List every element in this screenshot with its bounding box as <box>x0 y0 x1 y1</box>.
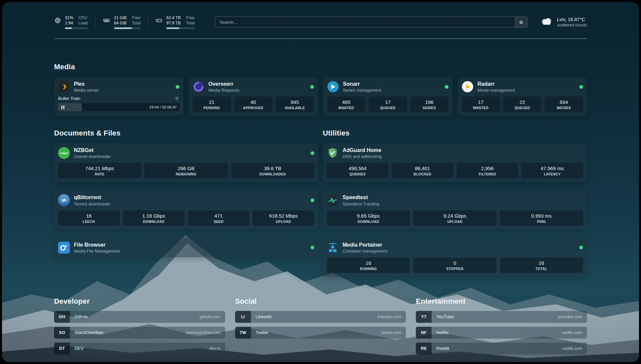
qbittorrent-icon-text: qb <box>61 198 66 202</box>
disk-total: 97.9 TB <box>166 20 181 26</box>
service-link-adguard[interactable]: AdGuard Home DNS and adblocking <box>327 147 583 159</box>
nzbget-icon: nzbget <box>58 147 70 159</box>
stat-label: BLOCKED <box>393 172 452 176</box>
service-card-radarr: Radarr Movie management 17 WANTED 22 QUE… <box>458 77 587 116</box>
stat-label: SERIES <box>412 106 447 110</box>
stat-value: 16 <box>328 260 409 266</box>
service-name: qBittorrent <box>74 194 110 200</box>
bookmark-url: linkedin.com <box>378 311 406 323</box>
service-name: Media Portainer <box>343 242 387 248</box>
service-card-portainer: Media Portainer Container management 16 … <box>323 238 587 277</box>
stat-download: 9.65 Gbps DOWNLOAD <box>327 210 410 226</box>
section-title-entertainment: Entertainment <box>416 297 587 306</box>
service-link-portainer[interactable]: Media Portainer Container management <box>327 242 583 254</box>
bookmark-url: netflix.com <box>562 327 587 339</box>
stat-label: TOTAL <box>501 267 582 271</box>
service-link-speedtest[interactable]: Speedtest Speedtest Tracking <box>327 194 583 206</box>
disk-progress-bar <box>166 27 195 29</box>
stat-ping: 0.993 ms PING <box>500 210 583 226</box>
documents-section: Documents & Files nzbget NZBGet Usenet d… <box>54 129 318 277</box>
stat-queued: 22 QUEUED <box>503 97 541 112</box>
search-input[interactable] <box>215 17 515 27</box>
pause-button[interactable] <box>61 105 65 110</box>
memory-free: 21 GiB <box>114 15 127 20</box>
service-link-plex[interactable]: Plex Media server <box>58 81 179 93</box>
bookmark-abbr: NF <box>416 327 432 339</box>
now-playing-title: Bullet Train <box>58 96 80 101</box>
weather-location-temp: Lviv, 16.87°C <box>557 17 587 22</box>
search-provider-button[interactable]: G <box>515 17 527 27</box>
stat-total: 16 TOTAL <box>500 258 583 273</box>
section-title-developer: Developer <box>54 297 225 306</box>
stat-label: LEECH <box>59 220 118 224</box>
stat-movies: 834 MOVIES <box>545 97 583 112</box>
nzbget-icon-text: nzbget <box>60 152 68 155</box>
section-title-utilities: Utilities <box>323 129 587 137</box>
service-link-filebrowser[interactable]: File Browser Media File Management <box>58 242 314 254</box>
bookmark-name: YouTube <box>432 311 558 323</box>
social-bookmarks: Social LI LinkedIn linkedin.com TW Twitt… <box>235 297 406 358</box>
service-link-nzbget[interactable]: nzbget NZBGet Usenet downloader <box>58 147 314 159</box>
bookmark-reddit[interactable]: RE Reddit reddit.com <box>416 343 587 354</box>
service-name: Speedtest <box>343 194 379 200</box>
bookmark-youtube[interactable]: YT YouTube youtube.com <box>416 311 587 323</box>
status-dot <box>579 85 583 89</box>
stat-upload: 9.24 Gbps UPLOAD <box>413 210 496 226</box>
stat-label: UPLOAD <box>254 220 313 224</box>
disk-icon <box>155 17 163 25</box>
service-desc: Movie management <box>477 88 515 93</box>
cloud-icon <box>540 17 553 27</box>
stat-label: DOWNLOADED <box>232 172 313 176</box>
stat-value: 17 <box>370 99 406 105</box>
stat-label: STOPPED <box>414 267 495 271</box>
bookmark-stackoverflow[interactable]: SO StackOverflow stackoverflow.com <box>54 327 225 339</box>
stat-label: UPLOAD <box>414 220 495 224</box>
section-title-media: Media <box>54 63 587 71</box>
status-dot <box>310 85 314 89</box>
service-link-sonarr[interactable]: Sonarr Series management <box>327 81 448 93</box>
qbittorrent-icon: qb <box>58 194 70 206</box>
stat-label: PING <box>501 220 582 224</box>
service-link-qbittorrent[interactable]: qb qBittorrent Torrent downloader <box>58 194 314 206</box>
stat-value: 86,401 <box>393 166 452 171</box>
service-card-qbittorrent: qb qBittorrent Torrent downloader 16 LEE… <box>54 191 318 229</box>
service-link-radarr[interactable]: Radarr Movie management <box>462 81 583 93</box>
stat-value: 9.65 Gbps <box>328 213 409 219</box>
stat-label: FILTERED <box>458 172 517 176</box>
bookmark-url: reddit.com <box>562 343 587 354</box>
stat-label: DOWNLOAD <box>124 220 183 224</box>
bookmark-twitter[interactable]: TW Twitter twitter.com <box>235 327 406 339</box>
stat-queued: 17 QUEUED <box>369 97 407 112</box>
service-name: Sonarr <box>343 81 381 87</box>
entertainment-bookmarks: Entertainment YT YouTube youtube.com NF … <box>416 297 587 358</box>
bookmark-dev[interactable]: DT DEV dev.to <box>54 343 225 354</box>
stat-label: LATENCY <box>523 172 582 176</box>
stat-label: QUEUED <box>504 106 540 110</box>
bookmark-name: Twitter <box>251 327 381 339</box>
radarr-icon <box>462 81 473 93</box>
stat-value: 16 <box>501 260 582 266</box>
utilities-section: Utilities AdGuard Home <box>323 129 587 277</box>
service-link-overseerr[interactable]: Overseerr Media Requests <box>193 81 314 93</box>
status-dot <box>311 151 314 155</box>
bookmark-github[interactable]: GH Github github.com <box>54 311 225 323</box>
bookmark-linkedin[interactable]: LI LinkedIn linkedin.com <box>235 311 406 323</box>
stat-value: 21 <box>194 99 229 105</box>
service-card-filebrowser: File Browser Media File Management <box>54 238 318 257</box>
bookmark-url: stackoverflow.com <box>185 327 225 339</box>
service-card-overseerr: Overseerr Media Requests 21 PENDING 40 A… <box>189 77 318 116</box>
stat-value: 471 <box>189 213 248 219</box>
bookmark-netflix[interactable]: NF Netflix netflix.com <box>416 327 587 339</box>
stat-label: WANTED <box>463 106 499 110</box>
service-card-adguard: AdGuard Home DNS and adblocking 498,564 … <box>323 143 587 182</box>
media-section: Media Plex Media server <box>54 63 587 116</box>
service-desc: Container management <box>343 249 387 254</box>
bookmark-name: LinkedIn <box>251 311 378 323</box>
stat-downloaded: 39.6 TB DOWNLOADED <box>231 163 314 178</box>
plex-progress-bar[interactable]: 24:44 / 02:06:47 <box>58 103 179 111</box>
gear-icon[interactable] <box>174 96 179 101</box>
bookmark-abbr: YT <box>416 311 432 323</box>
disk-widget: 52.4 TB 97.9 TB Free Total <box>148 15 202 29</box>
memory-progress-fill <box>114 27 132 29</box>
stat-running: 16 RUNNING <box>327 258 410 273</box>
